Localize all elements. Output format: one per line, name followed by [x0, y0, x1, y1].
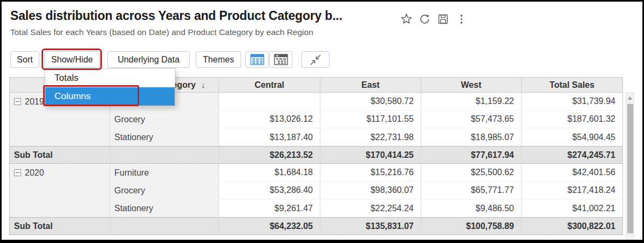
value-cell: $25,500.62 — [421, 164, 522, 182]
year-cell — [10, 128, 110, 146]
refresh-icon[interactable] — [419, 13, 430, 25]
value-cell: $13,187.40 — [219, 128, 320, 146]
value-cell: $57,473.65 — [421, 110, 522, 128]
subtotal-cell — [110, 217, 219, 235]
value-cell: $31,739.94 — [522, 93, 622, 110]
subtotal-cell — [110, 146, 219, 164]
value-cell: $22,254.24 — [320, 199, 421, 217]
themes-button[interactable]: Themes — [196, 51, 241, 68]
subtotal-value-cell: $300,822.01 — [522, 217, 622, 235]
scrollbar-thumb[interactable] — [627, 104, 633, 233]
value-cell: $42,401.56 — [522, 164, 622, 182]
category-cell: Stationery — [110, 128, 219, 146]
value-cell: $18,985.07 — [421, 128, 522, 146]
sort-descending-icon[interactable]: ↓ — [201, 80, 205, 89]
value-cell: $22,731.98 — [320, 128, 421, 146]
menu-item-columns[interactable]: Columns — [45, 87, 175, 106]
pivot-table-view-button[interactable] — [269, 51, 292, 68]
value-cell: $65,771.77 — [421, 182, 522, 199]
year-cell — [10, 110, 110, 128]
value-cell: $53,286.40 — [219, 182, 320, 199]
category-cell: Grocery — [110, 110, 219, 128]
value-cell: $9,486.50 — [421, 199, 522, 217]
subtotal-value-cell: $100,758.89 — [421, 217, 522, 235]
subtotal-value-cell: $26,213.52 — [219, 146, 320, 164]
show-hide-button[interactable]: Show/Hide — [44, 51, 100, 68]
collapse-all-icon — [309, 53, 322, 66]
value-cell: $98,360.07 — [320, 182, 421, 199]
more-options-icon[interactable] — [456, 13, 467, 25]
column-header-east[interactable]: East — [320, 78, 421, 93]
value-cell — [219, 93, 320, 110]
title-action-icons — [401, 13, 467, 25]
year-cell — [10, 182, 110, 199]
value-cell: $217,418.24 — [522, 182, 622, 199]
report-window: Sales distribution across Years and Prod… — [0, 0, 644, 243]
subtotal-value-cell: $170,414.25 — [320, 146, 421, 164]
category-cell: Stationery — [110, 199, 219, 217]
report-subtitle: Total Sales for each Years (based on Dat… — [10, 27, 313, 37]
subtotal-value-cell: $135,831.07 — [320, 217, 421, 235]
value-cell: $15,216.76 — [320, 164, 421, 182]
value-cell: $13,026.12 — [219, 110, 320, 128]
column-header-total-sales[interactable]: Total Sales — [522, 78, 622, 93]
sort-button[interactable]: Sort — [10, 51, 39, 68]
vertical-scrollbar[interactable] — [626, 92, 634, 242]
star-icon[interactable] — [401, 13, 412, 25]
year-cell — [10, 199, 110, 217]
value-cell: $30,580.72 — [320, 93, 421, 110]
menu-item-totals[interactable]: Totals — [45, 69, 175, 87]
value-cell: $187,601.32 — [522, 110, 622, 128]
subtotal-label-cell: Sub Total — [10, 146, 110, 164]
subtotal-value-cell: $64,232.05 — [219, 217, 320, 235]
page-title: Sales distribution across Years and Prod… — [10, 9, 342, 23]
value-cell: $54,904.45 — [522, 128, 622, 146]
flat-table-view-button[interactable] — [245, 51, 269, 68]
value-cell: $1,684.18 — [219, 164, 320, 182]
subtotal-value-cell: $274,245.71 — [522, 146, 622, 164]
category-cell: Grocery — [110, 182, 219, 199]
column-header-central[interactable]: Central — [219, 78, 320, 93]
collapse-2020-minus-icon[interactable] — [14, 169, 21, 176]
value-cell: $1,159.22 — [421, 93, 522, 110]
value-cell: $41,002.21 — [522, 199, 622, 217]
subtotal-label-cell: Sub Total — [10, 217, 110, 235]
column-header-west[interactable]: West — [421, 78, 522, 93]
subtotal-value-cell: $77,617.94 — [421, 146, 522, 164]
scrollbar-up-arrow-icon[interactable] — [628, 96, 632, 100]
show-hide-dropdown-menu: Totals Columns — [45, 68, 175, 106]
collapse-2019-minus-icon[interactable] — [14, 98, 21, 105]
year-group-2020-cell: 2020 — [10, 164, 110, 182]
value-cell: $117,101.55 — [320, 110, 421, 128]
flat-table-icon — [250, 54, 264, 65]
underlying-data-button[interactable]: Underlying Data — [107, 51, 190, 68]
pivot-table-icon — [274, 54, 288, 65]
category-cell: Furniture — [110, 164, 219, 182]
collapse-all-button[interactable] — [302, 51, 330, 68]
value-cell: $9,261.47 — [219, 199, 320, 217]
save-icon[interactable] — [437, 13, 449, 25]
